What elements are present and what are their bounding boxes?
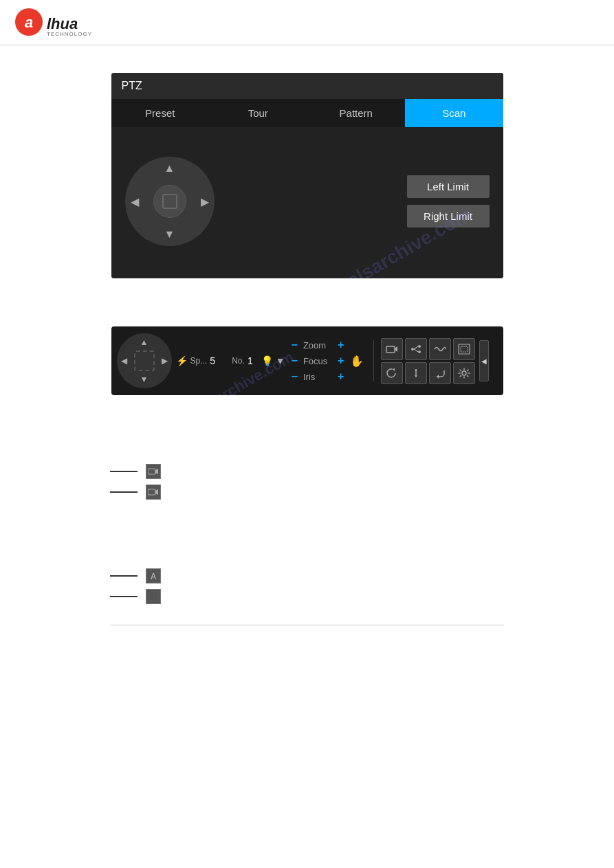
page-divider bbox=[110, 625, 504, 625]
svg-rect-12 bbox=[461, 346, 468, 352]
svg-text:A: A bbox=[151, 572, 157, 581]
ptz-body: ▲ ▼ ◀ ▶ Left Limit Right Limit bbox=[111, 127, 503, 278]
legend-line-1 bbox=[110, 471, 138, 472]
svg-marker-22 bbox=[155, 489, 158, 495]
legend-icon-3: A bbox=[146, 568, 161, 583]
tab-tour[interactable]: Tour bbox=[209, 99, 307, 127]
joystick-center[interactable] bbox=[153, 185, 186, 218]
legend-camera-icon-2 bbox=[148, 487, 159, 497]
icon-btn-8[interactable] bbox=[453, 362, 475, 384]
svg-line-10 bbox=[414, 349, 418, 352]
zoom-minus[interactable]: − bbox=[289, 339, 300, 351]
icon-btn-7[interactable] bbox=[429, 362, 451, 384]
wave-icon bbox=[434, 344, 446, 355]
legend-icon-4: A bbox=[146, 589, 161, 604]
svg-marker-13 bbox=[392, 368, 395, 371]
svg-marker-17 bbox=[437, 375, 439, 379]
iris-row: − Iris + bbox=[289, 370, 347, 383]
arrow-right-button[interactable]: ▶ bbox=[201, 194, 209, 208]
legend-line-4 bbox=[110, 596, 138, 597]
collapse-button[interactable]: ◀ bbox=[479, 340, 489, 381]
right-limit-button[interactable]: Right Limit bbox=[407, 205, 490, 227]
arrow-down-button[interactable]: ▼ bbox=[164, 228, 175, 241]
ptz-control-bar: manualsarchive.com ▲ ▼ ◀ ▶ ⚡ Sp... 5 No.… bbox=[111, 326, 503, 395]
tab-scan[interactable]: Scan bbox=[405, 99, 503, 127]
icon-btn-6[interactable] bbox=[405, 362, 427, 384]
zoom-plus[interactable]: + bbox=[336, 339, 346, 351]
svg-point-18 bbox=[462, 371, 466, 375]
legend-row-3: A bbox=[110, 568, 504, 583]
joystick-outer: ▲ ▼ ◀ ▶ bbox=[125, 157, 215, 246]
icon-btn-1[interactable] bbox=[381, 338, 403, 360]
logo-svg: a lhua TECHNOLOGY bbox=[14, 7, 96, 38]
svg-point-7 bbox=[418, 345, 421, 348]
legend-row-4: A bbox=[110, 589, 504, 604]
iris-minus[interactable]: − bbox=[289, 370, 300, 383]
left-limit-button[interactable]: Left Limit bbox=[407, 175, 490, 198]
page-content: manualsarchive.com PTZ Preset Tour Patte… bbox=[0, 45, 614, 646]
icon-btn-4[interactable] bbox=[453, 338, 475, 360]
svg-rect-4 bbox=[386, 346, 395, 353]
ptz-tabs: Preset Tour Pattern Scan bbox=[111, 99, 503, 127]
icon-grid bbox=[381, 338, 475, 384]
icon-btn-3[interactable] bbox=[429, 338, 451, 360]
no-label: No. bbox=[232, 356, 245, 366]
zfi-controls: − Zoom + − Focus + − Iris + bbox=[289, 339, 347, 383]
legend-row-1 bbox=[110, 464, 504, 479]
sm-joystick-center[interactable] bbox=[134, 350, 155, 371]
legend-camera-icon-1 bbox=[148, 467, 159, 476]
signal-icon: ▼ bbox=[276, 355, 285, 366]
replay-icon bbox=[386, 368, 398, 379]
arrow-up-button[interactable]: ▲ bbox=[164, 162, 175, 175]
svg-rect-19 bbox=[148, 469, 155, 474]
legend-triangle-icon-2: A bbox=[148, 592, 159, 601]
svg-text:TECHNOLOGY: TECHNOLOGY bbox=[47, 31, 92, 37]
zoom-row: − Zoom + bbox=[289, 339, 347, 351]
legend-icon-1 bbox=[146, 464, 161, 479]
svg-point-8 bbox=[418, 350, 421, 353]
camera-icon bbox=[386, 344, 398, 355]
light-icon: 💡 bbox=[261, 355, 273, 366]
legend-section-2: A A bbox=[110, 568, 504, 604]
sm-arrow-left[interactable]: ◀ bbox=[121, 356, 127, 366]
svg-marker-20 bbox=[155, 469, 158, 474]
speed-row: ⚡ Sp... 5 No. 1 💡 ▼ bbox=[176, 355, 285, 366]
zoom-label: Zoom bbox=[303, 340, 332, 350]
focus-label: Focus bbox=[303, 356, 332, 366]
tab-preset[interactable]: Preset bbox=[111, 99, 210, 127]
svg-text:a: a bbox=[25, 14, 33, 31]
svg-marker-15 bbox=[415, 369, 417, 371]
speed-no-area: ⚡ Sp... 5 No. 1 💡 ▼ bbox=[176, 355, 285, 366]
sm-arrow-up[interactable]: ▲ bbox=[140, 337, 149, 347]
focus-minus[interactable]: − bbox=[289, 355, 300, 367]
icon-btn-5[interactable] bbox=[381, 362, 403, 384]
speed-icon: ⚡ bbox=[176, 355, 188, 366]
icon-btn-2[interactable] bbox=[405, 338, 427, 360]
legend-line-2 bbox=[110, 491, 138, 493]
spacer1 bbox=[110, 292, 504, 320]
svg-marker-16 bbox=[415, 375, 417, 377]
svg-line-9 bbox=[414, 346, 418, 349]
arrow-left-button[interactable]: ◀ bbox=[131, 194, 139, 208]
iris-plus[interactable]: + bbox=[336, 370, 346, 383]
focus-row: − Focus + bbox=[289, 355, 347, 367]
sm-arrow-right[interactable]: ▶ bbox=[162, 356, 168, 366]
joystick: ▲ ▼ ◀ ▶ bbox=[125, 157, 215, 246]
legend-row-2 bbox=[110, 485, 504, 500]
hand-icon: ✋ bbox=[350, 355, 364, 368]
gear-icon bbox=[458, 368, 470, 379]
speed-label: Sp... bbox=[190, 356, 208, 366]
vertical-divider bbox=[373, 340, 374, 381]
spacer3 bbox=[110, 520, 504, 548]
sm-arrow-down[interactable]: ▼ bbox=[140, 375, 149, 384]
svg-text:A: A bbox=[151, 592, 157, 601]
legend-line-3 bbox=[110, 575, 138, 577]
legend-icon-2 bbox=[146, 485, 161, 500]
focus-plus[interactable]: + bbox=[336, 355, 346, 367]
arrows-icon bbox=[410, 368, 422, 379]
page-header: a lhua TECHNOLOGY bbox=[0, 0, 614, 45]
node-icon bbox=[410, 344, 422, 355]
legend-triangle-icon-1: A bbox=[148, 571, 159, 581]
ptz-title: PTZ bbox=[111, 73, 503, 99]
tab-pattern[interactable]: Pattern bbox=[307, 99, 406, 127]
